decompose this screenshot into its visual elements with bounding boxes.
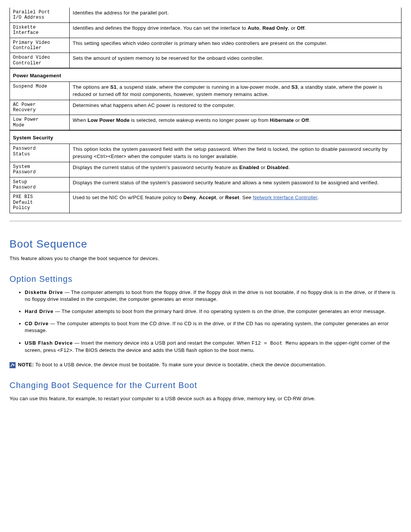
setting-desc: Sets the amount of system memory to be r…	[70, 53, 401, 68]
setting-label: PXE BISDefaultPolicy	[10, 192, 70, 213]
setting-label: Primary VideoController	[10, 38, 70, 53]
setting-desc: Identifies the address for the parallel …	[70, 8, 401, 22]
options-list: Diskette Drive — The computer attempts t…	[17, 289, 401, 354]
setting-desc: Displays the current status of the syste…	[70, 177, 401, 192]
link-nic[interactable]: Network Interface Controller	[253, 195, 317, 200]
note-icon	[10, 362, 16, 368]
setting-label: Parallel PortI/O Address	[10, 8, 70, 22]
svg-rect-0	[10, 362, 16, 368]
settings-table: Parallel PortI/O AddressIdentifies the a…	[10, 8, 401, 213]
setting-label: Onboard VideoController	[10, 53, 70, 68]
setting-label: Low PowerMode	[10, 115, 70, 130]
list-item: Hard Drive — The computer attempts to bo…	[25, 308, 401, 315]
list-item: USB Flash Device — Insert the memory dev…	[25, 340, 401, 354]
note-text: NOTE: To boot to a USB device, the devic…	[18, 361, 326, 368]
boot-intro: This feature allows you to change the bo…	[10, 255, 401, 262]
list-item: CD Drive — The computer attempts to boot…	[25, 320, 401, 334]
setting-desc: Used to set the NIC On w/PCE feature pol…	[70, 192, 401, 213]
setting-desc: When Low Power Mode is selected, remote …	[70, 115, 401, 130]
setting-desc: The options are S1, a suspend state, whe…	[70, 82, 401, 100]
section-header: Power Management	[10, 68, 401, 82]
section-header: System Security	[10, 130, 401, 144]
setting-label: DisketteInterface	[10, 22, 70, 38]
heading-boot-sequence: Boot Sequence	[10, 236, 401, 251]
setting-desc: Displays the current status of the syste…	[70, 162, 401, 177]
heading-option-settings: Option Settings	[10, 273, 401, 285]
setting-label: SetupPassword	[10, 177, 70, 192]
note-block: NOTE: To boot to a USB device, the devic…	[10, 361, 401, 368]
setting-label: SystemPassword	[10, 162, 70, 177]
setting-desc: Identifies and defines the floppy drive …	[70, 22, 401, 38]
divider	[10, 221, 401, 221]
setting-label: AC PowerRecovery	[10, 100, 70, 115]
list-item: Diskette Drive — The computer attempts t…	[25, 289, 401, 303]
setting-desc: This setting specifies which video contr…	[70, 38, 401, 53]
changing-text: You can use this feature, for example, t…	[10, 395, 401, 402]
setting-label: Suspend Mode	[10, 82, 70, 100]
setting-label: PasswordStatus	[10, 144, 70, 162]
setting-desc: This option locks the system password fi…	[70, 144, 401, 162]
setting-desc: Determines what happens when AC power is…	[70, 100, 401, 115]
heading-changing-boot: Changing Boot Sequence for the Current B…	[10, 380, 401, 391]
